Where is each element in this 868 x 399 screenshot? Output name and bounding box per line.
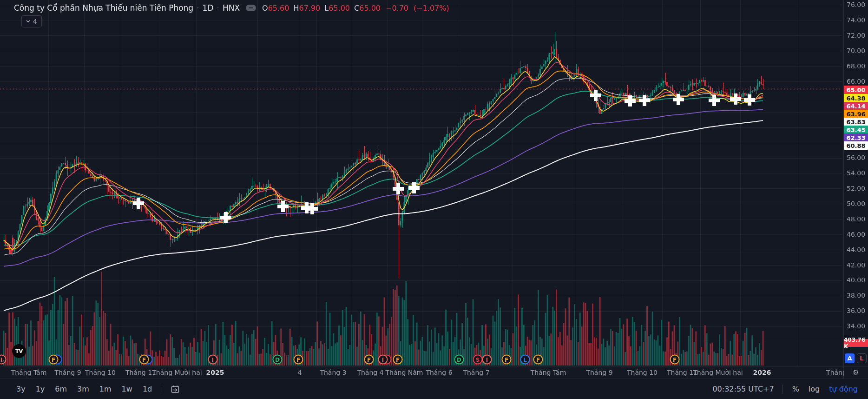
toolbar-divider [783,385,783,394]
price-level-badge: 64.38 [844,94,868,102]
price-tick-label: 56.00 [847,154,865,161]
minus-icon [249,7,253,9]
ohlc-values: O65.60 H67.90 L65.00 C65.00 −0.70 (−1.07… [262,4,449,13]
gear-icon[interactable]: ⚙ [853,368,859,377]
log-scale-toggle[interactable]: log [805,383,823,395]
auto-scale-button[interactable]: A [845,353,855,363]
calendar-icon [171,385,180,394]
time-axis-month-label: Tháng Mười hai [152,369,202,376]
legend-separator: · [217,3,219,13]
event-marker-F[interactable]: F [670,355,680,365]
indicators-collapsed-chip[interactable]: 4 [21,15,42,27]
legend-separator: · [197,3,199,13]
low-value: 65.00 [329,4,350,13]
time-axis-year-label: 2025 [206,369,224,376]
tradingview-logo[interactable]: TV [12,344,26,358]
scroll-left-hint: ‹ [2,356,5,366]
event-marker-F[interactable]: F [364,355,374,365]
price-tick-label: 34.00 [847,322,865,330]
price-tick-label: 42.00 [847,261,865,269]
price-tick-label: 50.00 [847,200,865,207]
exchange-label[interactable]: HNX [223,3,240,13]
range-button-1w[interactable]: 1w [118,383,137,395]
price-tick-label: 54.00 [847,169,865,177]
go-to-date-button[interactable] [168,384,183,395]
event-marker-I[interactable]: I [482,355,492,365]
time-axis-month-label: Tháng 7 [463,369,489,376]
range-button-3m[interactable]: 3m [73,383,93,395]
price-tick-label: 40.00 [847,276,865,284]
time-axis-month-label: Tháng 6 [426,369,452,376]
price-tick-label: 68.00 [847,62,865,70]
bottom-toolbar: 3y1y6m3m1m1w1d 00:32:55 UTC+7 % log tự đ… [0,379,868,399]
price-tick-label: 46.00 [847,231,865,238]
price-tick-label: 36.00 [847,307,865,314]
volume-axis-badge: 403.76 K [844,339,868,347]
auto-scale-toggle[interactable]: tự động [825,383,861,395]
percent-scale-button[interactable]: % [789,383,803,395]
axis-settings-corner[interactable]: ⚙ [844,366,868,379]
price-tick-label: 66.00 [847,78,865,85]
interval-label[interactable]: 1D [203,3,214,13]
time-axis-month-label: Tháng Tám [11,369,47,376]
event-marker-D[interactable]: D [454,355,464,365]
change-percent: (−1.07%) [414,4,449,13]
axis-vertical-divider [843,0,844,379]
time-axis-month-label: Tháng Mười hai [693,369,743,376]
event-marker-I[interactable]: I [208,355,218,365]
time-axis-year-label: 2026 [753,369,771,376]
time-axis-month-label: Tháng 9 [586,369,612,376]
price-axis[interactable]: 403.76 K A L 76.0074.0072.0070.0068.0066… [844,0,868,366]
time-axis-month-label: Tháng Năm [386,369,423,376]
price-level-badge: 63.45 [844,126,868,134]
range-button-3y[interactable]: 3y [12,383,30,395]
time-axis-month-label: Tháng 10 [85,369,116,376]
price-level-badge: 60.88 [844,141,868,150]
price-level-badge: 63.96 [844,110,868,118]
change-value: −0.70 [386,4,408,13]
event-marker-F[interactable]: F [294,355,303,365]
time-axis-month-label: Tháng 9 [54,369,81,376]
price-chart-canvas[interactable] [0,0,844,366]
event-marker-I[interactable]: I [378,355,388,365]
log-scale-button[interactable]: L [857,353,867,363]
range-button-1d[interactable]: 1d [138,383,156,395]
clock-display[interactable]: 00:32:55 UTC+7 [710,383,776,395]
time-axis-month-label: Tháng 11 [125,369,156,376]
time-axis-month-label: Tháng Tám [531,369,566,376]
range-button-6m[interactable]: 6m [51,383,71,395]
close-value: 65.00 [359,4,381,13]
event-marker-F[interactable]: F [139,355,149,365]
high-value: 67.90 [299,4,320,13]
event-marker-F[interactable]: F [533,355,543,365]
toolbar-divider [162,385,162,394]
event-marker-L[interactable]: L [520,355,530,365]
price-tick-label: 72.00 [847,32,865,39]
time-axis-month-label: 4 [298,369,302,376]
event-marker-F[interactable]: F [393,355,403,365]
event-marker-F[interactable]: F [502,355,512,365]
open-value: 65.60 [268,4,289,13]
symbol-legend: Công ty Cổ phần Nhựa Thiếu niên Tiền Pho… [14,3,449,13]
price-tick-label: 38.00 [847,292,865,299]
price-tick-label: 48.00 [847,215,865,223]
time-axis[interactable]: Tháng TámTháng 9Tháng 10Tháng 11Tháng Mư… [0,366,844,379]
price-level-badge: 63.83 [844,118,868,126]
price-level-badge: 62.33 [844,133,868,142]
time-axis-month-label: Tháng [826,369,844,376]
range-button-1m[interactable]: 1m [95,383,116,395]
symbol-title[interactable]: Công ty Cổ phần Nhựa Thiếu niên Tiền Pho… [14,3,193,13]
indicators-count: 4 [33,18,37,25]
price-tick-label: 52.00 [847,185,865,192]
range-button-1y[interactable]: 1y [32,383,49,395]
time-axis-month-label: Tháng 3 [320,369,346,376]
event-marker-D[interactable]: D [273,355,283,365]
legend-collapse-pill[interactable] [246,5,256,11]
price-level-badge: 65.00 [844,86,868,94]
chevron-down-icon [26,20,30,23]
time-axis-month-label: Tháng 10 [627,369,658,376]
price-tick-label: 44.00 [847,246,865,253]
time-axis-month-label: Tháng 4 [357,369,383,376]
event-marker-S[interactable]: S [473,355,483,365]
event-marker-F[interactable]: F [49,355,59,365]
